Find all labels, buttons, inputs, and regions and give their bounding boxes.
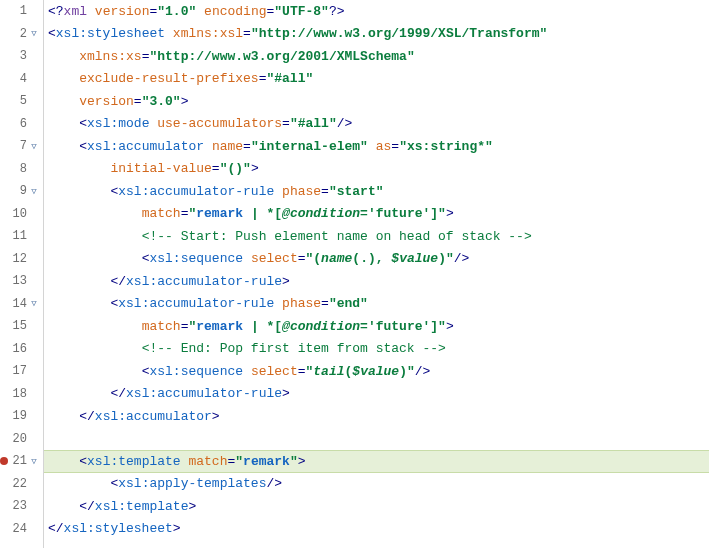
code-token: < [48, 26, 56, 41]
code-token: < [142, 251, 150, 266]
fold-marker-icon[interactable]: ▽ [29, 456, 39, 467]
code-token [48, 274, 110, 289]
code-token: ='future']" [360, 319, 446, 334]
line-number: 1 [20, 4, 27, 18]
code-token: @condition [282, 319, 360, 334]
code-token: </ [48, 521, 64, 536]
gutter-line[interactable]: 11 [0, 225, 43, 248]
code-line[interactable]: match="remark | *[@condition='future']"> [44, 315, 709, 338]
code-token [48, 71, 79, 86]
code-line[interactable]: <xsl:accumulator-rule phase="start" [44, 180, 709, 203]
code-token: = [321, 296, 329, 311]
code-token: phase [282, 184, 321, 199]
gutter-line[interactable]: 3 [0, 45, 43, 68]
code-token [243, 364, 251, 379]
gutter-line[interactable]: 13 [0, 270, 43, 293]
code-token: phase [282, 296, 321, 311]
code-line[interactable]: <xsl:sequence select="(name(.), $value)"… [44, 248, 709, 271]
gutter-line[interactable]: 5 [0, 90, 43, 113]
code-token: xsl:apply-templates [118, 476, 266, 491]
gutter: 12▽34567▽89▽1011121314▽15161718192021▽22… [0, 0, 44, 548]
fold-marker-icon[interactable]: ▽ [29, 298, 39, 309]
code-token: (.), [352, 251, 391, 266]
gutter-line[interactable]: 12 [0, 248, 43, 271]
gutter-line[interactable]: 9▽ [0, 180, 43, 203]
breakpoint-icon[interactable] [0, 457, 8, 465]
code-token: > [188, 499, 196, 514]
gutter-line[interactable]: 6 [0, 113, 43, 136]
code-line[interactable]: <xsl:accumulator-rule phase="end" [44, 293, 709, 316]
code-token: < [79, 116, 87, 131]
line-number: 5 [20, 94, 27, 108]
gutter-line[interactable]: 16 [0, 338, 43, 361]
fold-marker-icon[interactable]: ▽ [29, 186, 39, 197]
code-token [48, 454, 79, 469]
fold-marker-icon[interactable]: ▽ [29, 28, 39, 39]
gutter-line[interactable]: 1 [0, 0, 43, 23]
gutter-line[interactable]: 17 [0, 360, 43, 383]
code-token: name [212, 139, 243, 154]
code-token: "()" [220, 161, 251, 176]
code-token: > [251, 161, 259, 176]
code-token: > [181, 94, 189, 109]
code-token: name [321, 251, 352, 266]
code-token: = [267, 4, 275, 19]
line-number: 8 [20, 162, 27, 176]
code-line[interactable]: exclude-result-prefixes="#all" [44, 68, 709, 91]
gutter-line[interactable]: 18 [0, 383, 43, 406]
code-line[interactable]: xmlns:xs="http://www.w3.org/2001/XMLSche… [44, 45, 709, 68]
code-line[interactable]: <!-- End: Pop first item from stack --> [44, 338, 709, 361]
gutter-line[interactable]: 19 [0, 405, 43, 428]
code-line[interactable]: <xsl:accumulator name="internal-elem" as… [44, 135, 709, 158]
code-token: )" [438, 251, 454, 266]
code-token [149, 116, 157, 131]
code-line[interactable]: initial-value="()"> [44, 158, 709, 181]
code-line[interactable]: </xsl:accumulator-rule> [44, 383, 709, 406]
code-token: xsl:template [87, 454, 181, 469]
code-token: "#all" [266, 71, 313, 86]
gutter-line[interactable]: 21▽ [0, 450, 43, 473]
gutter-line[interactable]: 23 [0, 495, 43, 518]
code-line[interactable]: </xsl:accumulator> [44, 405, 709, 428]
fold-marker-icon[interactable]: ▽ [29, 141, 39, 152]
code-token: match [142, 206, 181, 221]
code-token: select [251, 251, 298, 266]
gutter-line[interactable]: 10 [0, 203, 43, 226]
code-area[interactable]: <?xml version="1.0" encoding="UTF-8"?><x… [44, 0, 709, 548]
gutter-line[interactable]: 8 [0, 158, 43, 181]
code-line[interactable]: <xsl:stylesheet xmlns:xsl="http://www.w3… [44, 23, 709, 46]
code-token: xmlns:xs [79, 49, 141, 64]
code-line[interactable]: <xsl:apply-templates/> [44, 473, 709, 496]
code-line[interactable]: <xsl:template match="remark"> [44, 450, 709, 473]
code-token: @condition [282, 206, 360, 221]
code-line[interactable]: </xsl:stylesheet> [44, 518, 709, 541]
code-token: )" [399, 364, 415, 379]
code-token: < [110, 184, 118, 199]
code-line[interactable] [44, 428, 709, 451]
code-token [48, 94, 79, 109]
code-line[interactable]: <?xml version="1.0" encoding="UTF-8"?> [44, 0, 709, 23]
code-line[interactable]: </xsl:template> [44, 495, 709, 518]
gutter-line[interactable]: 24 [0, 518, 43, 541]
code-token: < [110, 296, 118, 311]
code-line[interactable]: match="remark | *[@condition='future']"> [44, 203, 709, 226]
code-line[interactable]: <xsl:sequence select="tail($value)"/> [44, 360, 709, 383]
code-token: exclude-result-prefixes [79, 71, 258, 86]
gutter-line[interactable]: 7▽ [0, 135, 43, 158]
line-number: 7 [20, 139, 27, 153]
code-token [48, 386, 110, 401]
code-token: remark [243, 454, 290, 469]
code-token: xsl:accumulator-rule [118, 296, 274, 311]
gutter-line[interactable]: 2▽ [0, 23, 43, 46]
code-token: remark [196, 206, 243, 221]
code-line[interactable]: version="3.0"> [44, 90, 709, 113]
code-token: "1.0" [157, 4, 196, 19]
code-line[interactable]: <xsl:mode use-accumulators="#all"/> [44, 113, 709, 136]
gutter-line[interactable]: 22 [0, 473, 43, 496]
code-line[interactable]: <!-- Start: Push element name on head of… [44, 225, 709, 248]
gutter-line[interactable]: 14▽ [0, 293, 43, 316]
code-line[interactable]: </xsl:accumulator-rule> [44, 270, 709, 293]
gutter-line[interactable]: 15 [0, 315, 43, 338]
gutter-line[interactable]: 4 [0, 68, 43, 91]
gutter-line[interactable]: 20 [0, 428, 43, 451]
